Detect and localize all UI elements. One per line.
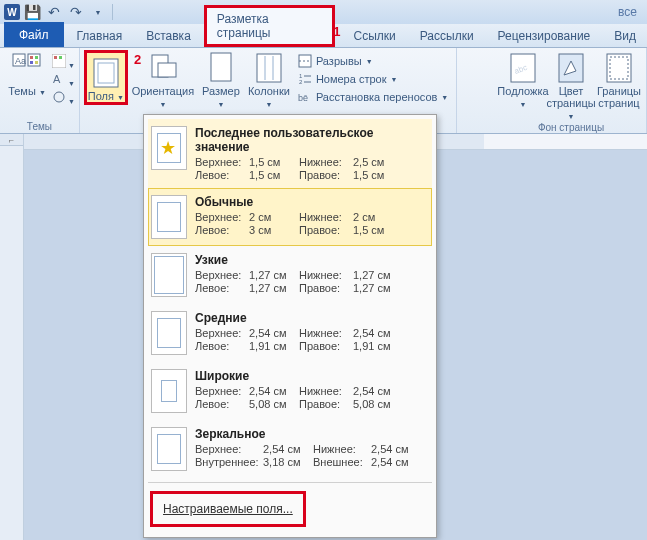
preset-mirrored[interactable]: Зеркальное Верхнее:2,54 см Нижнее:2,54 с… [148, 420, 432, 478]
svg-text:bē: bē [298, 93, 308, 103]
redo-icon: ↷ [70, 4, 82, 20]
margins-label: Поля ▼ [88, 90, 124, 102]
tab-references[interactable]: Ссылки [343, 24, 407, 47]
hyphenation-button[interactable]: bēРасстановка переносов▼ [294, 88, 452, 106]
columns-icon [253, 52, 285, 84]
preset-last-custom[interactable]: Последнее пользовательское значение Верх… [148, 119, 432, 188]
page-borders-label: Границы страниц [596, 85, 642, 109]
columns-button[interactable]: Колонки ▼ [246, 50, 292, 109]
group-page-background-label: Фон страницы [500, 121, 642, 134]
preset-title: Узкие [195, 253, 429, 267]
group-themes-label: Темы [4, 120, 75, 133]
qat-undo-button[interactable]: ↶ [44, 2, 64, 22]
svg-rect-15 [158, 63, 176, 77]
word-app-icon: W [4, 4, 20, 20]
preset-narrow[interactable]: Узкие Верхнее:1,27 см Нижнее:1,27 см Лев… [148, 246, 432, 304]
preset-thumb-icon [151, 311, 187, 355]
page-color-label: Цвет страницы ▼ [546, 85, 595, 121]
group-themes: Aa Темы ▼ ▼ A ▼ ▼ Темы [0, 48, 80, 133]
margins-icon [90, 57, 122, 89]
preset-thumb-icon [151, 427, 187, 471]
preset-thumb-icon [151, 126, 187, 170]
breaks-icon [298, 54, 312, 68]
tab-file[interactable]: Файл [4, 22, 64, 47]
group-page-background: abc Подложка ▼ Цвет страницы ▼ Границы с… [496, 48, 647, 133]
svg-rect-16 [211, 53, 231, 81]
menu-separator [148, 482, 432, 483]
hyphenation-icon: bē [298, 90, 312, 104]
themes-button[interactable]: Aa Темы ▼ [4, 50, 50, 97]
themes-label: Темы ▼ [8, 85, 46, 97]
orientation-icon [147, 52, 179, 84]
preset-thumb-icon [151, 195, 187, 239]
size-icon [205, 52, 237, 84]
svg-text:A: A [53, 73, 61, 85]
svg-rect-2 [28, 54, 40, 66]
watermark-button[interactable]: abc Подложка ▼ [500, 50, 546, 109]
margins-dropdown: Последнее пользовательское значение Верх… [143, 114, 437, 538]
svg-point-11 [54, 92, 64, 102]
margins-button[interactable]: Поля ▼ [84, 50, 128, 105]
page-borders-icon [603, 52, 635, 84]
chevron-down-icon: ▼ [95, 9, 102, 16]
line-numbers-button[interactable]: 12Номера строк▼ [294, 70, 452, 88]
preset-thumb-icon [151, 253, 187, 297]
qat-redo-button[interactable]: ↷ [66, 2, 86, 22]
tab-home[interactable]: Главная [66, 24, 134, 47]
svg-rect-30 [607, 54, 631, 82]
ribbon-tabs: Файл Главная Вставка Разметка страницы 1… [0, 24, 647, 48]
theme-colors-button[interactable]: ▼ [52, 54, 75, 70]
svg-rect-6 [35, 61, 38, 64]
preset-title: Широкие [195, 369, 429, 383]
svg-rect-9 [59, 56, 62, 59]
preset-normal[interactable]: Обычные Верхнее:2 см Нижнее:2 см Левое:3… [148, 188, 432, 246]
preset-title: Последнее пользовательское значение [195, 126, 429, 154]
themes-icon: Aa [11, 52, 43, 84]
columns-label: Колонки ▼ [246, 85, 292, 109]
tab-insert[interactable]: Вставка [135, 24, 202, 47]
title-bar-text: все [618, 5, 643, 19]
svg-text:Aa: Aa [15, 56, 26, 66]
orientation-label: Ориентация ▼ [130, 85, 196, 109]
line-numbers-icon: 12 [298, 72, 312, 86]
undo-icon: ↶ [48, 4, 60, 20]
annotation-2: 2 [134, 52, 141, 67]
tab-page-layout[interactable]: Разметка страницы [204, 5, 335, 47]
preset-title: Зеркальное [195, 427, 429, 441]
page-borders-button[interactable]: Границы страниц [596, 50, 642, 109]
page-color-icon [555, 52, 587, 84]
tab-review[interactable]: Рецензирование [487, 24, 602, 47]
preset-moderate[interactable]: Средние Верхнее:2,54 см Нижнее:2,54 см Л… [148, 304, 432, 362]
breaks-button[interactable]: Разрывы▼ [294, 52, 452, 70]
qat-customize-button[interactable]: ▼ [88, 2, 108, 22]
preset-thumb-icon [151, 369, 187, 413]
preset-title: Средние [195, 311, 429, 325]
svg-rect-5 [30, 61, 33, 64]
watermark-icon: abc [507, 52, 539, 84]
tab-view[interactable]: Вид [603, 24, 647, 47]
preset-wide[interactable]: Широкие Верхнее:2,54 см Нижнее:2,54 см Л… [148, 362, 432, 420]
page-color-button[interactable]: Цвет страницы ▼ [548, 50, 594, 121]
tab-selector[interactable]: ⌐ [0, 134, 23, 146]
watermark-label: Подложка ▼ [497, 85, 548, 109]
qat-save-button[interactable]: 💾 [22, 2, 42, 22]
size-button[interactable]: Размер ▼ [198, 50, 244, 109]
svg-rect-8 [54, 56, 57, 59]
tab-mailings[interactable]: Рассылки [409, 24, 485, 47]
qat-separator [112, 4, 113, 20]
custom-margins-button[interactable]: Настраиваемые поля... [150, 491, 306, 527]
size-label: Размер ▼ [198, 85, 244, 109]
preset-title: Обычные [195, 195, 429, 209]
svg-rect-3 [30, 56, 33, 59]
svg-rect-4 [35, 56, 38, 59]
theme-fonts-button[interactable]: A ▼ [52, 72, 75, 88]
svg-text:2: 2 [299, 79, 303, 85]
svg-rect-17 [257, 54, 281, 82]
vertical-ruler-gutter: ⌐ [0, 134, 24, 540]
annotation-1: 1 [333, 24, 340, 39]
theme-effects-button[interactable]: ▼ [52, 90, 75, 106]
save-icon: 💾 [24, 4, 41, 20]
